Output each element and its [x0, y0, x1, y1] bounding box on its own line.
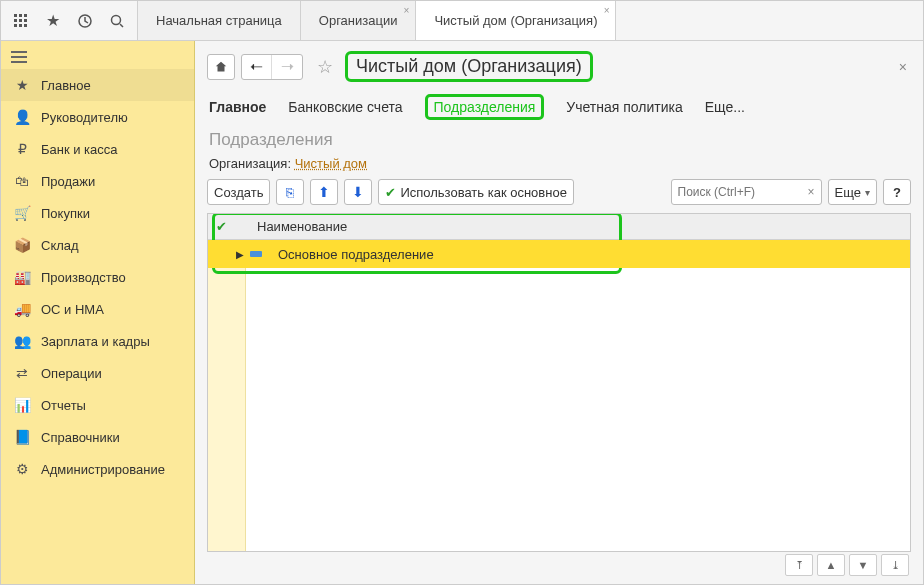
subnav-accounting-policy[interactable]: Учетная политика [566, 99, 682, 115]
favorite-toggle-icon[interactable]: ☆ [317, 56, 333, 78]
expand-icon[interactable]: ▶ [236, 249, 244, 260]
topbar-icons: ★ [1, 1, 138, 40]
bag-icon: 🛍 [13, 173, 31, 189]
sidebar-item-label: Покупки [41, 206, 90, 221]
tab-label: Организации [319, 13, 398, 28]
svg-line-11 [120, 24, 123, 27]
search-icon[interactable] [103, 7, 131, 35]
header-row: 🠐 🠒 ☆ Чистый дом (Организация) × [207, 51, 911, 82]
sidebar-item-manager[interactable]: 👤Руководителю [1, 101, 194, 133]
sidebar-item-warehouse[interactable]: 📦Склад [1, 229, 194, 261]
main: ★Главное 👤Руководителю ₽Банк и касса 🛍Пр… [1, 41, 923, 584]
svg-rect-1 [19, 14, 22, 17]
sidebar: ★Главное 👤Руководителю ₽Банк и касса 🛍Пр… [1, 41, 195, 584]
subnav-more[interactable]: Еще... [705, 99, 745, 115]
svg-rect-12 [11, 51, 27, 53]
row-name: Основное подразделение [268, 247, 434, 262]
check-icon: ✔ [385, 185, 396, 200]
truck-icon: 🚚 [13, 301, 31, 317]
grid-gutter [208, 240, 246, 551]
tab-label: Начальная страница [156, 13, 282, 28]
forward-button[interactable]: 🠒 [272, 55, 302, 79]
sidebar-item-label: Банк и касса [41, 142, 118, 157]
svg-rect-8 [24, 24, 27, 27]
sidebar-item-sales[interactable]: 🛍Продажи [1, 165, 194, 197]
cart-icon: 🛒 [13, 205, 31, 221]
sidebar-item-label: Склад [41, 238, 79, 253]
history-icon[interactable] [71, 7, 99, 35]
swap-icon: ⇄ [13, 365, 31, 381]
sidebar-item-catalogs[interactable]: 📘Справочники [1, 421, 194, 453]
subnav-departments[interactable]: Подразделения [425, 94, 545, 120]
table-row[interactable]: ▶ Основное подразделение [208, 240, 910, 268]
move-up-button[interactable]: ⬆ [310, 179, 338, 205]
gear-icon: ⚙ [13, 461, 31, 477]
sidebar-item-label: Отчеты [41, 398, 86, 413]
star-icon: ★ [13, 77, 31, 93]
svg-rect-13 [11, 56, 27, 58]
sidebar-item-purchases[interactable]: 🛒Покупки [1, 197, 194, 229]
sidebar-item-production[interactable]: 🏭Производство [1, 261, 194, 293]
sidebar-item-label: Продажи [41, 174, 95, 189]
sidebar-item-label: Зарплата и кадры [41, 334, 150, 349]
page-title: Чистый дом (Организация) [345, 51, 593, 82]
svg-rect-4 [19, 19, 22, 22]
apps-icon[interactable] [7, 7, 35, 35]
svg-rect-5 [24, 19, 27, 22]
scroll-top-button[interactable]: ⤒ [785, 554, 813, 576]
more-button[interactable]: Еще [828, 179, 877, 205]
svg-rect-2 [24, 14, 27, 17]
create-button[interactable]: Создать [207, 179, 270, 205]
help-button[interactable]: ? [883, 179, 911, 205]
svg-rect-7 [19, 24, 22, 27]
scroll-down-button[interactable]: ▼ [849, 554, 877, 576]
scroll-bottom-button[interactable]: ⤓ [881, 554, 909, 576]
sidebar-item-hr[interactable]: 👥Зарплата и кадры [1, 325, 194, 357]
close-icon[interactable]: × [604, 5, 610, 16]
use-as-main-button[interactable]: ✔Использовать как основное [378, 179, 573, 205]
tab-organization-record[interactable]: Чистый дом (Организация)× [416, 1, 616, 40]
close-icon[interactable]: × [404, 5, 410, 16]
sidebar-item-label: Производство [41, 270, 126, 285]
scroll-up-button[interactable]: ▲ [817, 554, 845, 576]
sidebar-item-admin[interactable]: ⚙Администрирование [1, 453, 194, 485]
home-button[interactable] [207, 54, 235, 80]
column-name[interactable]: Наименование [257, 219, 347, 234]
search-input[interactable] [672, 185, 802, 199]
sidebar-item-operations[interactable]: ⇄Операции [1, 357, 194, 389]
svg-rect-3 [14, 19, 17, 22]
book-icon: 📘 [13, 429, 31, 445]
subnav-main[interactable]: Главное [209, 99, 266, 115]
toolbar: Создать ⎘ ⬆ ⬇ ✔Использовать как основное… [207, 179, 911, 205]
grid: ✔ Наименование ▶ Основное подразделение [207, 213, 911, 552]
section-title: Подразделения [209, 130, 911, 150]
sidebar-item-main[interactable]: ★Главное [1, 69, 194, 101]
people-icon: 👥 [13, 333, 31, 349]
back-button[interactable]: 🠐 [242, 55, 272, 79]
sidebar-item-assets[interactable]: 🚚ОС и НМА [1, 293, 194, 325]
move-down-button[interactable]: ⬇ [344, 179, 372, 205]
ruble-icon: ₽ [13, 141, 31, 157]
clear-search-icon[interactable]: × [802, 185, 821, 199]
copy-button[interactable]: ⎘ [276, 179, 304, 205]
nav-group: 🠐 🠒 [241, 54, 303, 80]
search-field[interactable]: × [671, 179, 822, 205]
tab-start-page[interactable]: Начальная страница [138, 1, 301, 40]
subnav-bank-accounts[interactable]: Банковские счета [288, 99, 402, 115]
close-button[interactable]: × [895, 59, 911, 75]
svg-rect-14 [11, 61, 27, 63]
chart-icon: 📊 [13, 397, 31, 413]
sidebar-item-label: Справочники [41, 430, 120, 445]
sidebar-item-bank[interactable]: ₽Банк и касса [1, 133, 194, 165]
arrow-down-icon: ⬇ [352, 184, 364, 200]
check-column-icon: ✔ [216, 219, 227, 234]
svg-point-10 [112, 15, 121, 24]
item-icon [250, 251, 262, 257]
tab-organizations[interactable]: Организации× [301, 1, 417, 40]
sidebar-item-reports[interactable]: 📊Отчеты [1, 389, 194, 421]
factory-icon: 🏭 [13, 269, 31, 285]
org-link[interactable]: Чистый дом [295, 156, 367, 171]
menu-toggle-icon[interactable] [1, 45, 194, 69]
favorites-icon[interactable]: ★ [39, 7, 67, 35]
grid-footer: ⤒ ▲ ▼ ⤓ [207, 552, 911, 578]
